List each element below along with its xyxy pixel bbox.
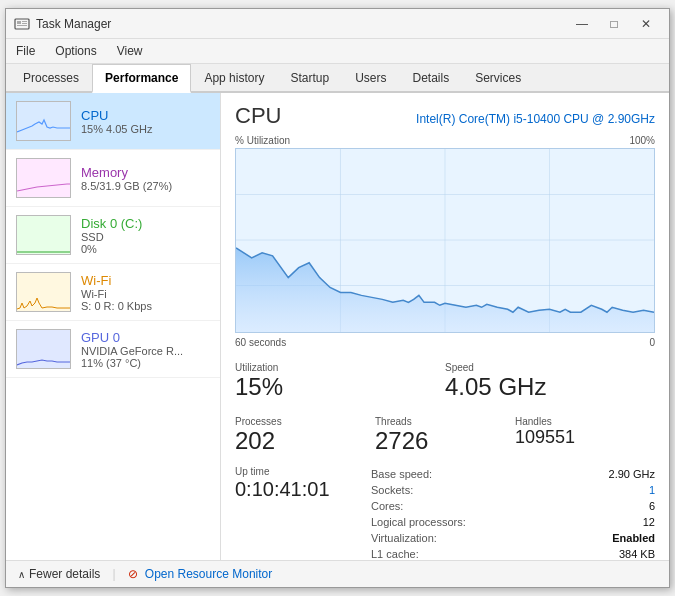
bottom-section: Up time 0:10:41:01 Base speed: 2.90 GHz …	[235, 466, 655, 560]
svg-rect-4	[17, 25, 27, 26]
fewer-details-button[interactable]: ∧ Fewer details	[18, 567, 100, 581]
sockets-value: 1	[649, 484, 655, 496]
gpu-title: GPU 0	[81, 330, 210, 345]
memory-subtitle: 8.5/31.9 GB (27%)	[81, 180, 210, 192]
chart-x-max: 0	[649, 337, 655, 348]
panel-header: CPU Intel(R) Core(TM) i5-10400 CPU @ 2.9…	[235, 103, 655, 129]
wifi-thumb	[16, 272, 71, 312]
footer-divider: |	[112, 567, 115, 581]
task-manager-window: Task Manager — □ ✕ File Options View Pro…	[5, 8, 670, 588]
cpu-title: CPU	[81, 108, 210, 123]
l1-value: 384 KB	[619, 548, 655, 560]
threads-value: 2726	[375, 427, 515, 456]
logical-row: Logical processors: 12	[371, 514, 655, 530]
sidebar-item-wifi[interactable]: Wi-Fi Wi-Fi S: 0 R: 0 Kbps	[6, 264, 220, 321]
memory-thumb	[16, 158, 71, 198]
right-panel: CPU Intel(R) Core(TM) i5-10400 CPU @ 2.9…	[221, 93, 669, 560]
svg-rect-8	[17, 273, 71, 312]
utilization-value: 15%	[235, 373, 445, 402]
memory-info: Memory 8.5/31.9 GB (27%)	[81, 165, 210, 192]
sidebar-item-disk[interactable]: Disk 0 (C:) SSD 0%	[6, 207, 220, 264]
disk-thumb	[16, 215, 71, 255]
svg-rect-1	[17, 21, 21, 24]
tab-services[interactable]: Services	[462, 64, 534, 93]
logical-value: 12	[643, 516, 655, 528]
base-speed-row: Base speed: 2.90 GHz	[371, 466, 655, 482]
l1-label: L1 cache:	[371, 548, 419, 560]
processes-label: Processes	[235, 416, 375, 427]
disk-subtitle: SSD	[81, 231, 210, 243]
window-title: Task Manager	[36, 17, 567, 31]
svg-rect-9	[17, 330, 71, 369]
virt-label: Virtualization:	[371, 532, 437, 544]
close-button[interactable]: ✕	[631, 14, 661, 34]
cpu-thumb	[16, 101, 71, 141]
panel-title: CPU	[235, 103, 281, 129]
chart-label-top: % Utilization 100%	[235, 135, 655, 146]
sockets-label: Sockets:	[371, 484, 413, 496]
cores-label: Cores:	[371, 500, 403, 512]
cores-row: Cores: 6	[371, 498, 655, 514]
tab-details[interactable]: Details	[399, 64, 462, 93]
app-icon	[14, 16, 30, 32]
title-bar: Task Manager — □ ✕	[6, 9, 669, 39]
tab-processes[interactable]: Processes	[10, 64, 92, 93]
cpu-subtitle: 15% 4.05 GHz	[81, 123, 210, 135]
wifi-title: Wi-Fi	[81, 273, 210, 288]
chevron-up-icon: ∧	[18, 569, 25, 580]
maximize-button[interactable]: □	[599, 14, 629, 34]
tab-app-history[interactable]: App history	[191, 64, 277, 93]
sidebar-item-memory[interactable]: Memory 8.5/31.9 GB (27%)	[6, 150, 220, 207]
sidebar: CPU 15% 4.05 GHz Memory 8.5/31.9 GB (27%…	[6, 93, 221, 560]
tab-performance[interactable]: Performance	[92, 64, 191, 93]
stats-row-2: Processes 202 Threads 2726 Handles 10955…	[235, 412, 655, 460]
sockets-row: Sockets: 1	[371, 482, 655, 498]
uptime-section: Up time 0:10:41:01	[235, 466, 355, 560]
sidebar-item-cpu[interactable]: CPU 15% 4.05 GHz	[6, 93, 220, 150]
main-content: CPU 15% 4.05 GHz Memory 8.5/31.9 GB (27%…	[6, 93, 669, 560]
fewer-details-label: Fewer details	[29, 567, 100, 581]
stats-row-1: Utilization 15% Speed 4.05 GHz	[235, 358, 655, 406]
speed-value: 4.05 GHz	[445, 373, 655, 402]
wifi-subtitle: Wi-Fi	[81, 288, 210, 300]
chart-y-label: % Utilization	[235, 135, 290, 146]
minimize-button[interactable]: —	[567, 14, 597, 34]
resource-monitor-icon: ⊘	[128, 567, 138, 581]
uptime-label: Up time	[235, 466, 355, 477]
logical-label: Logical processors:	[371, 516, 466, 528]
gpu-value: 11% (37 °C)	[81, 357, 210, 369]
gpu-thumb	[16, 329, 71, 369]
speed-stat: Speed 4.05 GHz	[445, 358, 655, 406]
chart-x-min: 60 seconds	[235, 337, 286, 348]
tab-startup[interactable]: Startup	[277, 64, 342, 93]
open-resource-monitor-button[interactable]: ⊘ Open Resource Monitor	[128, 567, 273, 581]
virt-value: Enabled	[612, 532, 655, 544]
svg-rect-2	[22, 21, 27, 22]
wifi-info: Wi-Fi Wi-Fi S: 0 R: 0 Kbps	[81, 273, 210, 312]
cpu-info: CPU 15% 4.05 GHz	[81, 108, 210, 135]
processes-stat: Processes 202	[235, 412, 375, 460]
chart-label-bottom: 60 seconds 0	[235, 337, 655, 348]
menu-options[interactable]: Options	[45, 41, 106, 61]
virt-row: Virtualization: Enabled	[371, 530, 655, 546]
disk-value: 0%	[81, 243, 210, 255]
menu-file[interactable]: File	[6, 41, 45, 61]
open-resource-monitor-label: Open Resource Monitor	[145, 567, 272, 581]
menu-view[interactable]: View	[107, 41, 153, 61]
handles-value: 109551	[515, 427, 655, 449]
memory-title: Memory	[81, 165, 210, 180]
gpu-info: GPU 0 NVIDIA GeForce R... 11% (37 °C)	[81, 330, 210, 369]
svg-rect-7	[17, 216, 71, 255]
threads-label: Threads	[375, 416, 515, 427]
tab-users[interactable]: Users	[342, 64, 399, 93]
handles-stat: Handles 109551	[515, 412, 655, 460]
panel-subtitle: Intel(R) Core(TM) i5-10400 CPU @ 2.90GHz	[416, 112, 655, 126]
l1-row: L1 cache: 384 KB	[371, 546, 655, 560]
threads-stat: Threads 2726	[375, 412, 515, 460]
gpu-subtitle: NVIDIA GeForce R...	[81, 345, 210, 357]
wifi-value: S: 0 R: 0 Kbps	[81, 300, 210, 312]
svg-rect-6	[17, 159, 71, 198]
processes-value: 202	[235, 427, 375, 456]
cores-value: 6	[649, 500, 655, 512]
sidebar-item-gpu[interactable]: GPU 0 NVIDIA GeForce R... 11% (37 °C)	[6, 321, 220, 378]
